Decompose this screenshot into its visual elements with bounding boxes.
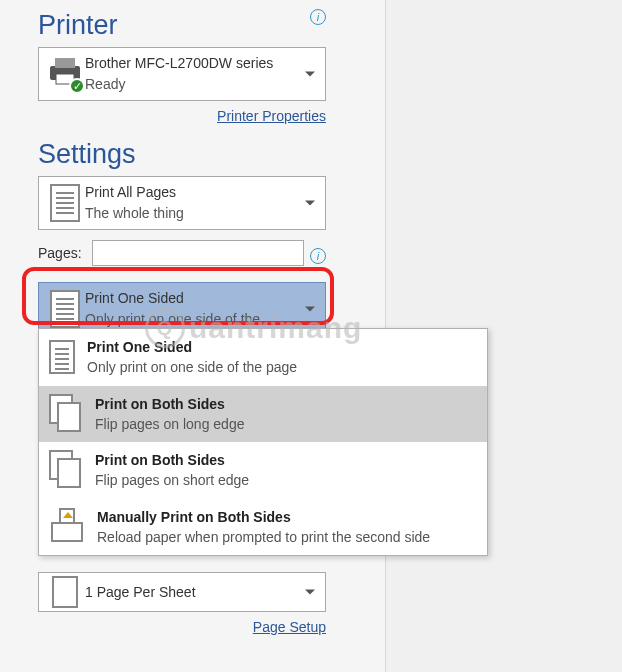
sides-dropdown: Print One Sided Only print on one side o… [38, 328, 488, 556]
option-sub: Reload paper when prompted to print the … [97, 527, 430, 547]
sides-title: Print One Sided [85, 288, 274, 309]
option-manual-duplex[interactable]: Manually Print on Both Sides Reload pape… [39, 499, 487, 556]
pages-label: Pages: [38, 245, 84, 261]
printer-section-title: Printer [38, 10, 385, 41]
option-sub: Only print on one side of the page [87, 357, 297, 377]
printer-name: Brother MFC-L2700DW series [85, 53, 273, 74]
manual-duplex-icon [49, 512, 85, 542]
both-sides-long-icon [49, 394, 83, 434]
page-setup-link[interactable]: Page Setup [253, 619, 326, 635]
print-what-selector[interactable]: Print All Pages The whole thing [38, 176, 326, 230]
page-per-sheet-icon [45, 576, 85, 608]
chevron-down-icon [305, 72, 315, 77]
option-sub: Flip pages on long edge [95, 414, 244, 434]
one-sided-icon [45, 290, 85, 328]
printer-properties-link[interactable]: Printer Properties [217, 108, 326, 124]
pages-input[interactable] [92, 240, 304, 266]
printer-icon: ✓ [45, 56, 85, 92]
printer-status-ok-icon: ✓ [69, 78, 85, 94]
chevron-down-icon [305, 307, 315, 312]
pages-per-sheet-selector[interactable]: 1 Page Per Sheet [38, 572, 326, 612]
print-what-title: Print All Pages [85, 182, 184, 203]
printer-info-icon[interactable]: i [310, 9, 326, 25]
option-one-sided[interactable]: Print One Sided Only print on one side o… [39, 329, 487, 386]
print-what-sub: The whole thing [85, 203, 184, 224]
option-title: Manually Print on Both Sides [97, 507, 430, 527]
one-sided-icon [49, 340, 75, 374]
chevron-down-icon [305, 590, 315, 595]
sides-sub: Only print on one side of the… [85, 309, 274, 330]
option-sub: Flip pages on short edge [95, 470, 249, 490]
printer-selector[interactable]: ✓ Brother MFC-L2700DW series Ready [38, 47, 326, 101]
both-sides-short-icon [49, 450, 83, 490]
option-both-sides-short[interactable]: Print on Both Sides Flip pages on short … [39, 442, 487, 499]
document-icon [45, 184, 85, 222]
svg-rect-1 [55, 58, 75, 68]
option-title: Print on Both Sides [95, 450, 249, 470]
pages-per-sheet-label: 1 Page Per Sheet [85, 582, 196, 603]
option-both-sides-long[interactable]: Print on Both Sides Flip pages on long e… [39, 386, 487, 443]
settings-section-title: Settings [38, 139, 385, 170]
pages-info-icon[interactable]: i [310, 248, 326, 264]
option-title: Print on Both Sides [95, 394, 244, 414]
printer-status: Ready [85, 74, 273, 95]
chevron-down-icon [305, 201, 315, 206]
option-title: Print One Sided [87, 337, 297, 357]
